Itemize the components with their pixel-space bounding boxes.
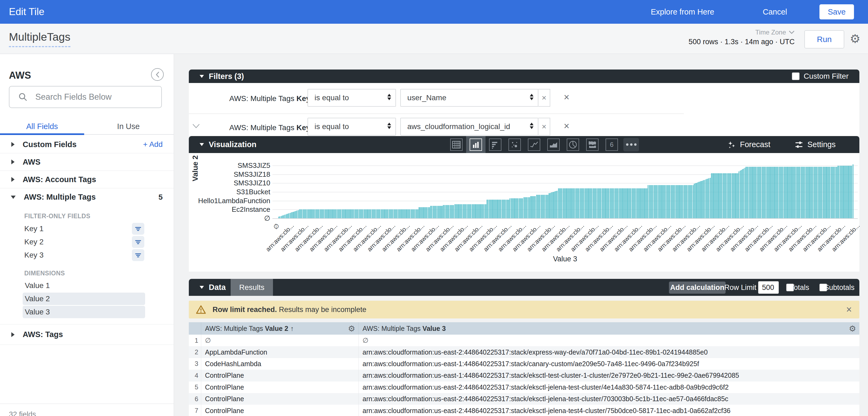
timezone-dropdown[interactable]: Time Zone (755, 29, 795, 36)
cell-value2: ∅ (201, 335, 359, 346)
add-calculation-button[interactable]: Add calculation (669, 282, 725, 294)
field-picker-sidebar: AWS All Fields In Use Custom Fields + Ad… (0, 54, 174, 416)
caret-down-icon (199, 143, 204, 146)
filter-field-label: AWS: Multiple Tags Key 1 (229, 94, 317, 103)
x-axis-line (273, 218, 858, 219)
filter-by-field-icon[interactable] (132, 249, 144, 261)
remove-filter-icon[interactable]: × (564, 92, 569, 103)
sidebar-item-aws[interactable]: AWS (0, 153, 174, 171)
viz-type-area-chart-icon[interactable] (544, 136, 563, 153)
row-number-header (189, 322, 201, 335)
cell-value2: AppLambdaFunction (201, 346, 359, 358)
viz-type-more-options-icon[interactable] (621, 136, 641, 153)
filter-only-field[interactable]: Key 3 (0, 248, 174, 262)
table-row[interactable]: 6ControlPlanearn:aws:cloudformation:us-e… (189, 393, 859, 405)
run-button[interactable]: Run (804, 30, 844, 48)
data-section-header[interactable]: Data Results Add calculation Row Limit T… (189, 279, 859, 296)
row-number: 2 (189, 346, 201, 358)
close-warning-icon[interactable]: × (846, 304, 852, 315)
table-row[interactable]: 1∅∅ (189, 335, 859, 346)
filter-by-field-icon[interactable] (132, 236, 144, 248)
chevron-down-icon[interactable] (192, 124, 200, 129)
row-number: 6 (189, 393, 201, 405)
caret-down-icon (199, 286, 204, 289)
tile-title[interactable]: MultipleTags (9, 31, 70, 47)
remove-filter-icon[interactable]: × (564, 120, 569, 132)
cell-value3: arn:aws:cloudformation:us-east-1:4486402… (359, 370, 859, 381)
viz-type-map-icon[interactable] (583, 136, 602, 153)
field-count-badge: 5 (158, 193, 163, 202)
gear-icon[interactable]: ⚙ (348, 324, 355, 333)
collapse-sidebar-button[interactable] (151, 68, 164, 81)
custom-filter-toggle[interactable]: Custom Filter (792, 72, 848, 80)
dimension-field[interactable]: Value 3 (23, 306, 145, 318)
sidebar-item-aws-account-tags[interactable]: AWS: Account Tags (0, 171, 174, 188)
tab-results[interactable]: Results (230, 279, 273, 296)
y-tick-label: SMS3JIZ5 (189, 162, 270, 170)
viz-type-horizontal-bar-chart-icon[interactable] (486, 136, 505, 153)
table-row[interactable]: 7ControlPlanearn:aws:cloudformation:us-e… (189, 405, 859, 416)
filter-value-select[interactable]: aws_cloudformation_logical_id (400, 118, 538, 136)
search-input[interactable] (35, 92, 149, 102)
select-arrows-icon (388, 123, 391, 129)
row-number: 7 (189, 405, 201, 416)
gear-icon[interactable]: ⚙ (850, 32, 861, 45)
x-axis-title: Value 3 (273, 255, 858, 263)
dimension-field[interactable]: Value 1 (23, 279, 145, 292)
sidebar-item-custom-fields[interactable]: Custom Fields + Add (0, 136, 174, 153)
sparkle-icon (727, 140, 736, 149)
sidebar-item-aws-multiple-tags[interactable]: AWS: Multiple Tags 5 (0, 188, 174, 206)
tab-in-use[interactable]: In Use (86, 118, 170, 134)
clear-filter-value-icon[interactable]: × (538, 89, 550, 107)
row-number: 4 (189, 370, 201, 381)
row-limit-warning-banner: Row limit reached. Results may be incomp… (189, 301, 859, 318)
gear-icon[interactable]: ⚙ (849, 324, 856, 333)
table-row[interactable]: 4ControlPlanearn:aws:cloudformation:us-e… (189, 370, 859, 381)
viz-type-scatter-plot-icon[interactable] (505, 136, 524, 153)
row-limit-input[interactable] (758, 281, 779, 294)
bar-series[interactable] (278, 164, 856, 218)
filters-section-header[interactable]: Filters (3) Custom Filter (189, 70, 859, 83)
add-custom-field-button[interactable]: + Add (143, 140, 163, 149)
filter-only-field[interactable]: Key 1 (0, 222, 174, 235)
select-arrows-icon (530, 123, 533, 129)
filter-only-field[interactable]: Key 2 (0, 235, 174, 248)
viz-type-single-value-icon[interactable]: 6 (602, 136, 621, 153)
table-row[interactable]: 5ControlPlanearn:aws:cloudformation:us-e… (189, 382, 859, 393)
viz-settings-button[interactable]: Settings (794, 140, 836, 149)
viz-type-bar-chart-icon[interactable] (466, 136, 486, 153)
clear-filter-value-icon[interactable]: × (538, 118, 550, 136)
chevron-left-icon (155, 71, 160, 78)
column-header-value3[interactable]: AWS: Multiple TagsValue 3 ⚙ (359, 322, 859, 335)
filter-operator-select[interactable]: is equal to (308, 118, 396, 136)
row-number: 3 (189, 358, 201, 370)
model-name: AWS (9, 70, 31, 81)
visualization-section-header[interactable]: Visualization 6 Forecast Settings (189, 136, 859, 153)
chart-area: ∅Ec2InstanceHello1LambdaFunctionS31Bucke… (189, 153, 859, 272)
cell-value2: ControlPlane (201, 370, 359, 381)
search-field[interactable] (9, 86, 162, 108)
tune-sliders-icon (794, 140, 804, 149)
sidebar-item-aws-tags[interactable]: AWS: Tags (0, 324, 174, 345)
cell-value3: arn:aws:cloudformation:us-east-2:4486402… (359, 382, 859, 393)
viz-type-pie-chart-icon[interactable] (563, 136, 583, 153)
explore-from-here-button[interactable]: Explore from Here (651, 0, 714, 24)
save-button[interactable]: Save (819, 4, 854, 20)
filter-value-select[interactable]: user_Name (400, 89, 538, 107)
viz-type-line-chart-icon[interactable] (524, 136, 544, 153)
table-row[interactable]: 2AppLambdaFunctionarn:aws:cloudformation… (189, 346, 859, 358)
viz-type-table-chart-icon[interactable] (447, 136, 466, 153)
column-header-value2[interactable]: AWS: Multiple TagsValue 2 ↑ ⚙ (201, 322, 359, 335)
filter-operator-select[interactable]: is equal to (308, 89, 396, 107)
dimensions-header: DIMENSIONS (24, 270, 65, 277)
table-row[interactable]: 3CodeHashLambdaarn:aws:cloudformation:us… (189, 358, 859, 370)
cell-value2: ControlPlane (201, 405, 359, 416)
forecast-button[interactable]: Forecast (727, 140, 770, 149)
custom-filter-checkbox[interactable] (792, 72, 800, 80)
filter-by-field-icon[interactable] (132, 223, 144, 235)
cancel-button[interactable]: Cancel (763, 0, 787, 24)
y-tick-label: Hello1LambdaFunction (189, 197, 270, 205)
y-tick-label: S31Bucket (189, 188, 270, 196)
dimension-field[interactable]: Value 2 (23, 292, 145, 305)
tab-all-fields[interactable]: All Fields (0, 118, 84, 134)
